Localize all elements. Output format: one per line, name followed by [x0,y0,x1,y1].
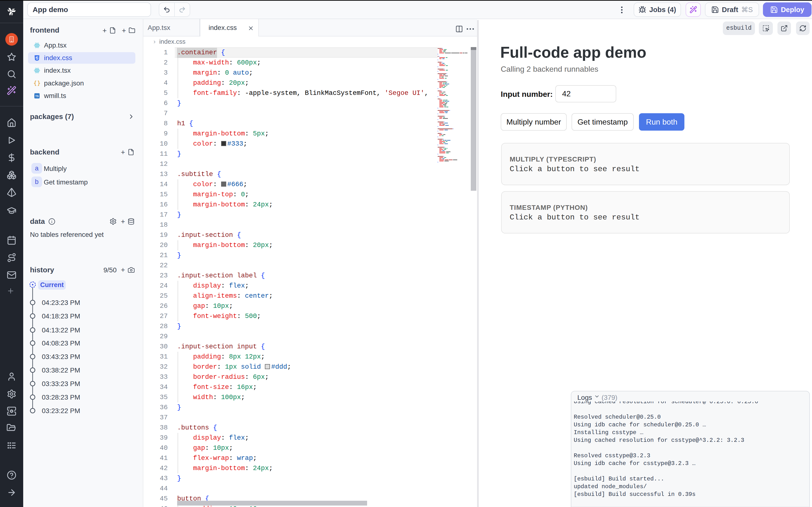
svg-text:TS: TS [35,95,39,98]
